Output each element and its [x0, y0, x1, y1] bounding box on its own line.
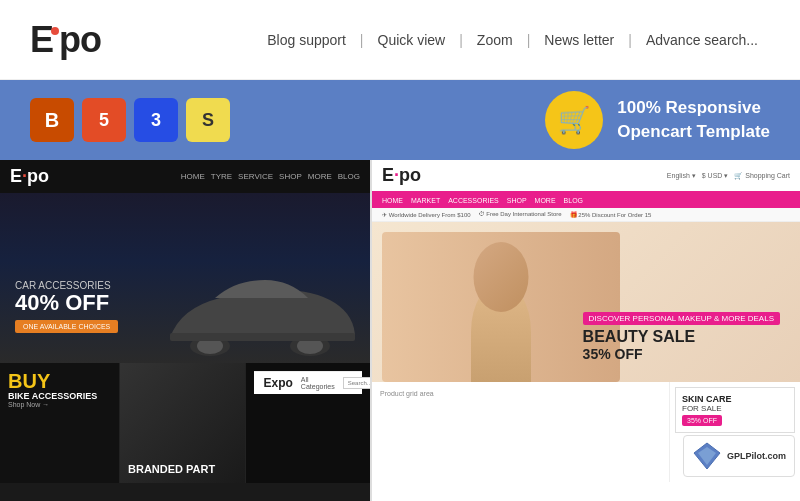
header: Epo Blog support | Quick view | Zoom | N…: [0, 0, 800, 80]
beauty-sale-label: BEAUTY SALE: [583, 328, 780, 346]
dark-nav-tyre[interactable]: TYRE: [211, 172, 232, 181]
logo-text: E: [30, 19, 53, 61]
main-content: E·po HOME TYRE SERVICE SHOP MORE BLOG: [0, 160, 800, 501]
nav-zoom[interactable]: Zoom: [465, 32, 525, 48]
beauty-text-overlay: DISCOVER PERSONAL MAKEUP & MORE DEALS BE…: [583, 307, 780, 362]
tech-icons: B 5 3 S: [30, 98, 230, 142]
skin-sale-badge: 35% OFF: [682, 415, 722, 426]
bottom-right-main: Product grid area: [372, 382, 670, 482]
beauty-sub: DISCOVER PERSONAL MAKEUP & MORE DEALS: [583, 312, 780, 325]
logo-text-rest: po: [59, 19, 101, 61]
panel-right: E·po English ▾ $ USD ▾ 🛒 Shopping Cart H…: [370, 160, 800, 501]
responsive-info: 🛒 100% Responsive Opencart Template: [545, 91, 770, 149]
dark-nav-shop[interactable]: SHOP: [279, 172, 302, 181]
car-text-overlay: CAR ACCESSORIES 40% OFF ONE AVAILABLE CH…: [15, 280, 118, 333]
panel-logo-light: E·po: [382, 165, 421, 186]
pink-nav-home[interactable]: HOME: [382, 197, 403, 204]
car-silhouette: [160, 268, 360, 358]
car-offer: 40% OFF: [15, 291, 118, 315]
panel-nav-pink: HOME MARKET ACCESSORIES SHOP MORE BLOG: [372, 193, 800, 208]
nav-sep2: |: [457, 32, 465, 48]
bottom-right: Product grid area SKIN CARE FOR SALE 35%…: [372, 382, 800, 482]
nav-sep4: |: [626, 32, 634, 48]
pink-nav-blog[interactable]: BLOG: [564, 197, 583, 204]
light-cart[interactable]: 🛒 Shopping Cart: [734, 172, 790, 180]
subnav-3: 🎁 25% Discount For Order 15: [570, 211, 652, 218]
js-badge: S: [186, 98, 230, 142]
skin-care-sub: FOR SALE: [682, 404, 788, 413]
panel-subnav-light: ✈ Worldwide Delivery From $100 ⏱ Free Da…: [372, 208, 800, 222]
dark-nav-more[interactable]: MORE: [308, 172, 332, 181]
logo-dot: [51, 27, 59, 35]
bottom-right-side: SKIN CARE FOR SALE 35% OFF GPLPilot.com: [670, 382, 800, 482]
nav-sep1: |: [358, 32, 366, 48]
panel-logo-dark: E·po: [10, 166, 49, 187]
gpl-diamond-icon: [692, 441, 722, 471]
light-currency[interactable]: $ USD ▾: [702, 172, 729, 180]
car-btn[interactable]: ONE AVAILABLE CHOICES: [15, 320, 118, 333]
pink-nav-market[interactable]: MARKET: [411, 197, 440, 204]
logo: Epo: [30, 19, 101, 61]
bike-sub: Shop Now →: [8, 401, 111, 408]
bottom-dark-mid: BRANDED PART: [120, 363, 246, 483]
light-logo-text: E·po: [382, 165, 421, 185]
responsive-line1: 100% Responsive: [617, 96, 770, 120]
bottom-third: Expo All Categories: [246, 363, 371, 483]
svg-rect-4: [170, 333, 355, 341]
panel-light-utils: English ▾ $ USD ▾ 🛒 Shopping Cart: [667, 172, 790, 180]
nav-links: Blog support | Quick view | Zoom | News …: [255, 32, 770, 48]
dark-nav-service[interactable]: SERVICE: [238, 172, 273, 181]
beauty-hero: DISCOVER PERSONAL MAKEUP & MORE DEALS BE…: [372, 222, 800, 382]
gpl-badge[interactable]: GPLPilot.com: [683, 435, 795, 477]
gpl-text: GPLPilot.com: [727, 451, 786, 461]
nav-advance-search[interactable]: Advance search...: [634, 32, 770, 48]
expo-mini-categories: All Categories: [301, 376, 335, 390]
expo-mini-search[interactable]: [343, 377, 370, 389]
responsive-line2: Opencart Template: [617, 120, 770, 144]
nav-blog-support[interactable]: Blog support: [255, 32, 358, 48]
dark-nav-home[interactable]: HOME: [181, 172, 205, 181]
responsive-text: 100% Responsive Opencart Template: [617, 96, 770, 144]
expo-mini-bar: Expo All Categories: [254, 371, 363, 394]
pink-nav-more[interactable]: MORE: [535, 197, 556, 204]
light-lang[interactable]: English ▾: [667, 172, 696, 180]
bottom-right-placeholder: Product grid area: [380, 390, 661, 397]
bottom-dark-left: BUY BIKE ACCESSORIES Shop Now →: [0, 363, 120, 483]
car-hero: CAR ACCESSORIES 40% OFF ONE AVAILABLE CH…: [0, 193, 370, 363]
panel-header-dark: E·po HOME TYRE SERVICE SHOP MORE BLOG: [0, 160, 370, 193]
expo-mini-logo: Expo: [264, 376, 293, 390]
subnav-1: ✈ Worldwide Delivery From $100: [382, 211, 471, 218]
nav-quick-view[interactable]: Quick view: [366, 32, 458, 48]
pink-nav-accessories[interactable]: ACCESSORIES: [448, 197, 499, 204]
bottom-dark: BUY BIKE ACCESSORIES Shop Now → BRANDED …: [0, 363, 370, 483]
nav-sep3: |: [525, 32, 533, 48]
cart-icon: 🛒: [545, 91, 603, 149]
html5-badge: 5: [82, 98, 126, 142]
skin-care-box: SKIN CARE FOR SALE 35% OFF: [675, 387, 795, 433]
panel-left: E·po HOME TYRE SERVICE SHOP MORE BLOG: [0, 160, 370, 501]
subnav-2: ⏱ Free Day International Store: [479, 211, 562, 218]
beauty-off: 35% OFF: [583, 346, 780, 362]
branded-label: BRANDED PART: [128, 463, 215, 475]
bootstrap-badge: B: [30, 98, 74, 142]
tech-bar: B 5 3 S 🛒 100% Responsive Opencart Templ…: [0, 80, 800, 160]
panel-header-light: E·po English ▾ $ USD ▾ 🛒 Shopping Cart: [372, 160, 800, 193]
pink-nav-shop[interactable]: SHOP: [507, 197, 527, 204]
panel-nav-dark: HOME TYRE SERVICE SHOP MORE BLOG: [181, 172, 360, 181]
dark-logo-text: E·po: [10, 166, 49, 186]
buy-label: BUY: [8, 371, 111, 391]
nav-news-letter[interactable]: News letter: [532, 32, 626, 48]
dark-nav-blog[interactable]: BLOG: [338, 172, 360, 181]
skin-care-title: SKIN CARE: [682, 394, 788, 404]
css3-badge: 3: [134, 98, 178, 142]
bike-label: BIKE ACCESSORIES: [8, 391, 111, 401]
